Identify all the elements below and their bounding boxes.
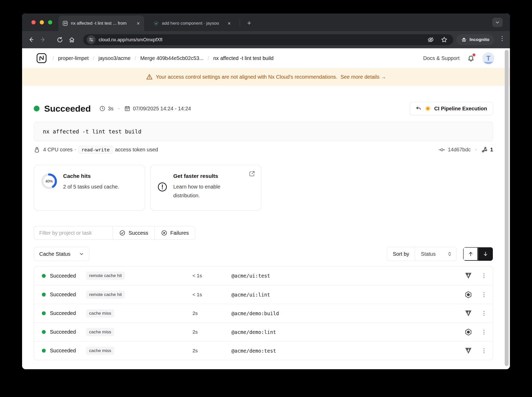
eye-off-icon[interactable] bbox=[427, 36, 434, 43]
row-status-dot bbox=[42, 293, 46, 297]
breadcrumb-workspace[interactable]: proper-limpet bbox=[58, 55, 89, 61]
docs-support-link[interactable]: Docs & Support bbox=[423, 55, 460, 61]
breadcrumb-separator: / bbox=[208, 55, 209, 61]
reload-button[interactable] bbox=[54, 37, 66, 43]
commit-icon bbox=[438, 146, 445, 153]
incognito-badge: Incognito bbox=[456, 34, 494, 45]
chevron-down-icon bbox=[79, 252, 84, 256]
run-status-title: Succeeded bbox=[44, 104, 91, 114]
table-row[interactable]: Succeeded remote cache hit < 1s @acme/ui… bbox=[34, 285, 493, 304]
breadcrumb-separator: / bbox=[93, 55, 94, 61]
filter-success-label: Success bbox=[129, 230, 148, 236]
task-name[interactable]: @acme/demo:test bbox=[231, 348, 276, 354]
banner-details-link[interactable]: See more details → bbox=[341, 74, 386, 80]
omnibox[interactable]: cloud.nx.app/runs/smOmxpfXfl bbox=[83, 34, 453, 45]
row-menu-icon[interactable]: ⋮ bbox=[480, 291, 489, 298]
faster-results-line2: distribution. bbox=[173, 193, 200, 198]
page-scrollbar[interactable] bbox=[505, 50, 509, 366]
row-status-dot bbox=[42, 274, 46, 278]
status-dot bbox=[34, 106, 39, 111]
list-controls: Cache Status Sort by Status bbox=[34, 247, 493, 261]
task-name[interactable]: @acme/demo:build bbox=[231, 311, 279, 316]
tab-current-run[interactable]: nx affected -t lint test ... from ✕ bbox=[58, 16, 144, 31]
task-duration: 2s bbox=[192, 329, 198, 335]
task-duration: 2s bbox=[192, 348, 198, 354]
undo-arrow-icon bbox=[416, 106, 421, 111]
cache-status-badge: cache miss bbox=[86, 347, 114, 355]
notifications-button[interactable] bbox=[467, 55, 475, 62]
task-name[interactable]: @acme/demo:lint bbox=[231, 329, 276, 335]
sort-select[interactable]: Status bbox=[415, 251, 456, 257]
row-menu-icon[interactable]: ⋮ bbox=[480, 310, 489, 317]
avatar[interactable]: T bbox=[482, 52, 494, 64]
breadcrumb-repo[interactable]: jaysoo3/acme bbox=[98, 55, 130, 61]
row-menu-icon[interactable]: ⋮ bbox=[480, 272, 489, 279]
task-table: Succeeded remote cache hit < 1s @acme/ui… bbox=[34, 266, 493, 360]
traffic-close-button[interactable] bbox=[31, 20, 36, 24]
filter-success-toggle[interactable]: Success bbox=[113, 226, 155, 240]
x-circle-icon bbox=[161, 230, 167, 236]
sort-descending-button[interactable] bbox=[478, 247, 493, 261]
traffic-zoom-button[interactable] bbox=[48, 20, 52, 24]
external-link-icon[interactable] bbox=[249, 170, 255, 177]
nx-logo-icon[interactable] bbox=[36, 53, 47, 63]
table-row[interactable]: Succeeded cache miss 2s @acme/demo:lint … bbox=[34, 322, 493, 341]
commit-sha[interactable]: 14d67bdc bbox=[448, 147, 471, 153]
cache-hits-subtitle: 2 of 5 tasks used cache. bbox=[63, 182, 119, 191]
row-status-label: Succeeded bbox=[50, 329, 82, 335]
tab-pull-request[interactable]: add hero component · jaysoo ✕ bbox=[149, 16, 235, 31]
back-button[interactable] bbox=[25, 36, 37, 43]
breadcrumb-run: nx affected -t lint test build bbox=[213, 55, 274, 61]
table-row[interactable]: Succeeded remote cache hit < 1s @acme/ui… bbox=[34, 266, 493, 285]
row-menu-icon[interactable]: ⋮ bbox=[480, 329, 489, 335]
traffic-minimize-button[interactable] bbox=[40, 20, 44, 24]
home-button[interactable] bbox=[66, 37, 78, 43]
filter-failures-toggle[interactable]: Failures bbox=[155, 226, 195, 240]
url-text[interactable]: cloud.nx.app/runs/smOmxpfXfl bbox=[99, 37, 424, 43]
screenshot-stage: nx affected -t lint test ... from ✕ add … bbox=[0, 0, 532, 397]
warning-triangle-icon bbox=[146, 73, 153, 80]
get-faster-results-card[interactable]: Get faster results Learn how to enable d… bbox=[150, 165, 261, 211]
check-circle-icon bbox=[119, 230, 125, 236]
dot-separator bbox=[75, 149, 76, 150]
pipeline-button-label: CI Pipeline Execution bbox=[434, 106, 487, 112]
incognito-label: Incognito bbox=[470, 37, 489, 42]
tool-icon bbox=[464, 347, 473, 355]
tab-title: add hero component · jaysoo bbox=[162, 21, 224, 26]
task-name[interactable]: @acme/ui:lint bbox=[231, 292, 270, 298]
new-tab-button[interactable]: + bbox=[244, 18, 254, 28]
ci-pipeline-execution-button[interactable]: CI Pipeline Execution bbox=[410, 102, 493, 115]
access-warning-banner: Your access control settings are not ali… bbox=[22, 68, 510, 86]
branch-count: 1 bbox=[490, 147, 493, 153]
faster-results-title: Get faster results bbox=[173, 173, 220, 179]
row-menu-icon[interactable]: ⋮ bbox=[480, 347, 489, 354]
table-row[interactable]: Succeeded cache miss 2s @acme/demo:build… bbox=[34, 304, 493, 322]
bookmark-star-icon[interactable] bbox=[441, 36, 448, 43]
pipeline-status-dot bbox=[425, 106, 431, 111]
browser-menu-icon[interactable]: ⋮ bbox=[499, 35, 505, 42]
breadcrumb-pipeline[interactable]: Merge 409b44e5cb02c53... bbox=[140, 55, 204, 61]
vitest-icon bbox=[464, 272, 472, 280]
cache-status-badge: cache miss bbox=[86, 328, 114, 336]
run-status-row: Succeeded 3s 07/09/2025 14:24 - 14:24 bbox=[34, 102, 493, 115]
forward-button[interactable] bbox=[37, 36, 49, 43]
access-token-text: access token used bbox=[115, 147, 158, 153]
sort-by-label: Sort by bbox=[387, 251, 415, 257]
run-command-box: nx affected -t lint test build bbox=[34, 122, 493, 141]
task-name[interactable]: @acme/ui:test bbox=[231, 273, 270, 279]
table-row[interactable]: Succeeded cache miss 2s @acme/demo:test … bbox=[34, 341, 493, 360]
sort-ascending-button[interactable] bbox=[463, 247, 478, 261]
filter-failures-label: Failures bbox=[170, 230, 189, 236]
site-settings-icon[interactable] bbox=[87, 35, 96, 44]
tab-close-icon[interactable]: ✕ bbox=[137, 21, 140, 26]
calendar-icon bbox=[124, 105, 130, 112]
filter-input[interactable] bbox=[34, 226, 113, 240]
tool-icon bbox=[464, 291, 473, 299]
tab-search-chevron-button[interactable] bbox=[492, 18, 503, 27]
vite-icon bbox=[464, 309, 472, 317]
tab-close-icon[interactable]: ✕ bbox=[228, 21, 231, 26]
cache-hits-card[interactable]: 40% Cache hits 2 of 5 tasks used cache. bbox=[34, 165, 145, 211]
cache-status-dropdown[interactable]: Cache Status bbox=[34, 247, 89, 261]
sort-direction-group bbox=[463, 247, 493, 261]
browser-toolbar: cloud.nx.app/runs/smOmxpfXfl Incognito ⋮ bbox=[22, 31, 510, 48]
